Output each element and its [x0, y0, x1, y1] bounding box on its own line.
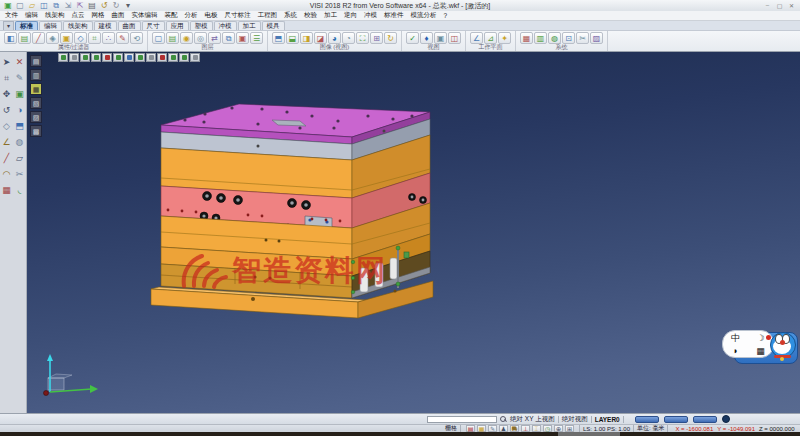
layer-list-icon[interactable]: ▤ — [166, 32, 179, 44]
wireframe-mode-icon[interactable]: ◇ — [1, 120, 13, 132]
trim-tool-icon[interactable]: ✂ — [14, 168, 26, 180]
ribbon-tab-尺寸[interactable]: 尺寸 — [142, 21, 165, 30]
menu-item-文件[interactable]: 文件 — [5, 11, 18, 20]
layer-settings-icon[interactable]: ☰ — [250, 32, 263, 44]
filter-reset-icon[interactable]: ⟲ — [130, 32, 143, 44]
import-file-icon[interactable]: ⇲ — [63, 1, 73, 10]
menu-item-校验[interactable]: 校验 — [304, 11, 317, 20]
layer-copy-icon[interactable]: ⧉ — [222, 32, 235, 44]
attribute-line-icon[interactable]: ╱ — [32, 32, 45, 44]
layer-lock-icon[interactable]: ▣ — [236, 32, 249, 44]
view-side-icon[interactable]: ◨ — [300, 32, 313, 44]
mode-hidden-button[interactable]: ▥ — [30, 69, 42, 81]
filter-text-icon[interactable]: ✎ — [116, 32, 129, 44]
line-tool-icon[interactable]: ╱ — [1, 152, 13, 164]
workplane-reset-icon[interactable]: ✦ — [498, 32, 511, 44]
ribbon-tab-应用[interactable]: 应用 — [166, 21, 189, 30]
solid-box-icon[interactable]: ⬒ — [14, 120, 26, 132]
command-input[interactable] — [427, 416, 497, 423]
plane-tool-icon[interactable]: ▱ — [14, 152, 26, 164]
palette-icon[interactable]: ▦ — [477, 425, 486, 432]
visi-logo-icon[interactable]: ▣ — [3, 1, 13, 10]
nav-zoom-button[interactable] — [664, 416, 688, 423]
ime-status-pill[interactable]: 中 ☽ ◗ ▦ — [722, 330, 774, 358]
workplane-align-icon[interactable]: ⊿ — [484, 32, 497, 44]
ime-keyboard-icon[interactable]: ▦ — [756, 346, 765, 356]
export-file-icon[interactable]: ⇱ — [75, 1, 85, 10]
active-layer-indicator[interactable]: LAYER0 — [595, 416, 620, 423]
view-front-icon[interactable]: ⬓ — [286, 32, 299, 44]
system-monitor-icon[interactable]: ▥ — [534, 32, 547, 44]
datum-icon[interactable]: ⊥ — [521, 425, 530, 432]
workplane-new-icon[interactable]: ∠ — [470, 32, 483, 44]
filter-solid-icon[interactable]: ▣ — [60, 32, 73, 44]
undo-icon[interactable]: ↺ — [99, 1, 109, 10]
attribute-layer-icon[interactable]: ▤ — [18, 32, 31, 44]
ime-fullhalf-icon[interactable]: ◗ — [733, 346, 738, 356]
sphere-tool-icon[interactable]: ◍ — [14, 136, 26, 148]
save-all-icon[interactable]: ⧉ — [51, 1, 61, 10]
shade-mode-icon[interactable]: ◑ — [14, 104, 26, 116]
ribbon-tab-标准[interactable]: 标准 — [15, 21, 38, 30]
ime-moon-icon[interactable]: ☽ — [756, 333, 764, 343]
menu-item-分析[interactable]: 分析 — [185, 11, 198, 20]
menu-item-工程图[interactable]: 工程图 — [258, 11, 278, 20]
viewport-8-button[interactable] — [135, 53, 145, 62]
system-tools-icon[interactable]: ✂ — [576, 32, 589, 44]
magnifier-icon[interactable] — [500, 416, 507, 423]
erase-icon[interactable]: ✕ — [14, 56, 26, 68]
mode-wireframe-button[interactable]: ▤ — [30, 55, 42, 67]
arc-tool-icon[interactable]: ◠ — [1, 168, 13, 180]
menu-item-?[interactable]: ? — [444, 12, 448, 19]
print-icon[interactable]: ▤ — [87, 1, 97, 10]
timer-icon[interactable]: ◷ — [543, 425, 552, 432]
measure-icon[interactable]: ∠ — [1, 136, 13, 148]
menu-item-电极[interactable]: 电极 — [205, 11, 218, 20]
viewport-4-button[interactable] — [91, 53, 101, 62]
view-rotate-icon[interactable]: ↻ — [384, 32, 397, 44]
layer-on-icon[interactable]: ◉ — [180, 32, 193, 44]
ime-toolbar[interactable]: 中 ☽ ◗ ▦ — [722, 328, 798, 368]
filter-all-icon[interactable]: ◈ — [46, 32, 59, 44]
view-iso-icon[interactable]: ◪ — [314, 32, 327, 44]
mode-rendered-button[interactable]: ▧ — [30, 97, 42, 109]
ime-language-indicator[interactable]: 中 — [731, 332, 740, 345]
history-icon[interactable]: ▤ — [466, 425, 475, 432]
zoom-window-icon[interactable]: ⊞ — [370, 32, 383, 44]
view-wireframe-icon[interactable]: ◔ — [342, 32, 355, 44]
ribbon-tab-模具[interactable]: 模具 — [262, 21, 285, 30]
view-top-icon[interactable]: ⬒ — [272, 32, 285, 44]
beam-icon[interactable]: ⌶ — [532, 425, 541, 432]
menu-item-编辑[interactable]: 编辑 — [25, 11, 38, 20]
zoom-window-icon[interactable]: ⌗ — [1, 72, 13, 84]
view-mode-label[interactable]: 绝对 XY 上视图 — [510, 415, 555, 424]
graphics-viewport[interactable]: 智造资料网 ➤✕⌗✎✥▣↺◑◇⬒∠◍╱▱◠✂▦◟ ▤▥▦▧▨▩ 中 ☽ ◗ ▦ — [0, 52, 800, 413]
edit-pencil-icon[interactable]: ✎ — [488, 425, 497, 432]
viewport-3-button[interactable] — [80, 53, 90, 62]
pan-view-icon[interactable]: ✥ — [1, 88, 13, 100]
transport-icon[interactable]: ⛟ — [510, 425, 519, 432]
customize-dropdown-icon[interactable]: ▾ — [123, 1, 133, 10]
menu-item-尺寸标注[interactable]: 尺寸标注 — [225, 11, 251, 20]
viewport-13-button[interactable] — [190, 53, 200, 62]
ribbon-tab-线架构[interactable]: 线架构 — [63, 21, 93, 30]
nav-sphere-button[interactable] — [722, 415, 730, 423]
menu-item-模流分析[interactable]: 模流分析 — [411, 11, 437, 20]
ribbon-tab-塑模[interactable]: 塑模 — [190, 21, 213, 30]
layer-off-icon[interactable]: ◎ — [194, 32, 207, 44]
viewport-9-button[interactable] — [146, 53, 156, 62]
view-shield-icon[interactable]: ♦ — [420, 32, 433, 44]
open-file-icon[interactable]: ▱ — [27, 1, 37, 10]
mode-analyze-button[interactable]: ▩ — [30, 125, 42, 137]
stamp-tool-icon[interactable]: ▦ — [1, 184, 13, 196]
zoom-fit-icon[interactable]: ⛶ — [356, 32, 369, 44]
menu-item-网格[interactable]: 网格 — [92, 11, 105, 20]
viewport-7-button[interactable] — [124, 53, 134, 62]
layer-move-icon[interactable]: ⇄ — [208, 32, 221, 44]
system-colors-icon[interactable]: ▦ — [520, 32, 533, 44]
select-icon[interactable]: ➤ — [1, 56, 13, 68]
save-file-icon[interactable]: ◫ — [39, 1, 49, 10]
viewport-1-button[interactable] — [58, 53, 68, 62]
modify-icon[interactable]: ✎ — [14, 72, 26, 84]
menu-item-系统[interactable]: 系统 — [284, 11, 297, 20]
